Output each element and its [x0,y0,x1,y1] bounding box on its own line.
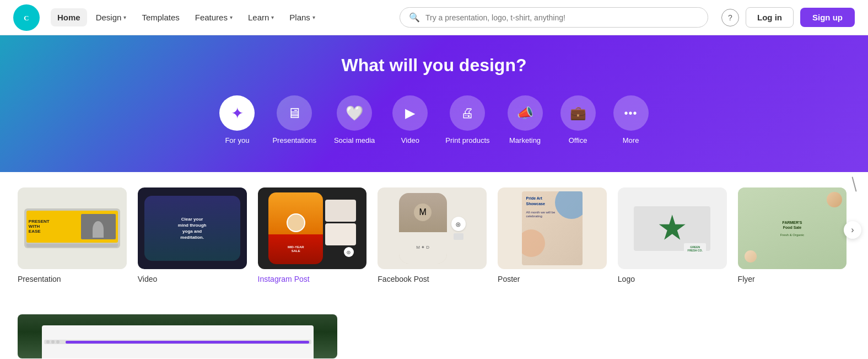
next-arrow[interactable]: › [844,221,861,239]
category-more[interactable]: ••• More [613,95,649,144]
card-poster[interactable]: Pride ArtShowcase All month we will bece… [498,187,607,283]
category-print-products-label: Print products [445,136,489,144]
category-office-label: Office [569,136,587,144]
category-presentations-icon: 🖥 [277,95,312,131]
canva-logo[interactable]: C [13,4,40,31]
nav-templates[interactable]: Templates [135,8,186,26]
card-logo[interactable]: GREENFRESH CO. Logo [618,187,727,283]
bar-dot-1 [46,340,50,344]
category-marketing-icon: 📣 [508,95,543,131]
card-logo-thumb: GREENFRESH CO. [618,187,727,269]
category-for-you-label: For you [225,136,249,144]
card-facebook-post[interactable]: M M ✦ D ◎ Facebook Post [378,187,487,283]
card-logo-label: Logo [618,275,727,283]
card-poster-thumb: Pride ArtShowcase All month we will bece… [498,187,607,269]
cards-row: PRESENTWITHEASE Presentation Clear your [18,187,850,283]
category-more-label: More [623,136,639,144]
plans-chevron-icon: ▾ [312,14,315,20]
category-video-icon: ▶ [392,95,428,131]
nav-right: ? Log in Sign up [721,7,855,28]
card-facebook-thumb: M M ✦ D ◎ [378,187,487,269]
navbar: C Home Design ▾ Templates Features ▾ Lea… [0,0,868,35]
category-marketing-label: Marketing [509,136,541,144]
nav-learn[interactable]: Learn ▾ [241,8,281,26]
hero-section: What will you design? ✦ For you 🖥 Presen… [0,35,868,172]
category-office[interactable]: 💼 Office [560,95,596,144]
search-bar[interactable]: 🔍 [400,7,708,28]
cards-section: PRESENTWITHEASE Presentation Clear your [0,172,868,292]
card-video[interactable]: Clear yourmind throughyoga andmeditation… [138,187,247,283]
card-video-thumb: Clear yourmind throughyoga andmeditation… [138,187,247,269]
card-poster-label: Poster [498,275,607,283]
card-presentation-label: Presentation [18,275,127,283]
card-instagram-label: Instagram Post [258,275,367,283]
bar-dot-3 [56,340,60,344]
hero-title: What will you design? [13,55,855,76]
bottom-preview-screen [42,325,314,358]
category-presentations[interactable]: 🖥 Presentations [272,95,316,144]
card-presentation[interactable]: PRESENTWITHEASE Presentation [18,187,127,283]
card-instagram-post[interactable]: MID-YEARSALE ◎ Instagram Post [258,187,367,283]
card-flyer[interactable]: FARMER'SFood Sale Fresh & Organic Flyer [738,187,847,283]
category-marketing[interactable]: 📣 Marketing [508,95,543,144]
signup-button[interactable]: Sign up [800,8,855,27]
category-video[interactable]: ▶ Video [392,95,428,144]
search-input[interactable] [425,13,699,22]
learn-chevron-icon: ▾ [271,14,274,20]
nav-plans[interactable]: Plans ▾ [283,8,322,26]
bottom-preview-image [18,314,337,358]
search-icon: 🔍 [409,12,420,23]
bottom-preview-bar [44,340,311,344]
card-flyer-thumb: FARMER'SFood Sale Fresh & Organic [738,187,847,269]
features-chevron-icon: ▾ [230,14,233,20]
bar-cta [66,341,309,344]
bottom-preview-section [0,292,868,359]
nav-home[interactable]: Home [51,8,87,26]
category-social-media[interactable]: 🤍 Social media [334,95,375,144]
login-button[interactable]: Log in [746,7,794,28]
category-video-label: Video [401,136,419,144]
category-for-you-icon: ✦ [219,95,255,131]
card-flyer-label: Flyer [738,275,847,283]
svg-text:C: C [24,14,29,22]
card-video-label: Video [138,275,247,283]
design-chevron-icon: ▾ [123,14,126,20]
category-presentations-label: Presentations [272,136,316,144]
card-presentation-thumb: PRESENTWITHEASE [18,187,127,269]
category-more-icon: ••• [613,95,649,131]
category-social-media-label: Social media [334,136,375,144]
category-social-media-icon: 🤍 [337,95,372,131]
help-button[interactable]: ? [721,9,739,26]
nav-links: Home Design ▾ Templates Features ▾ Learn… [51,8,391,26]
category-print-products-icon: 🖨 [450,95,485,131]
card-instagram-thumb: MID-YEARSALE ◎ [258,187,367,269]
category-print-products[interactable]: 🖨 Print products [445,95,489,144]
nav-design[interactable]: Design ▾ [89,8,133,26]
nav-features[interactable]: Features ▾ [188,8,239,26]
bar-dot-2 [51,340,55,344]
category-for-you[interactable]: ✦ For you [219,95,255,144]
card-facebook-label: Facebook Post [378,275,487,283]
categories-row: ✦ For you 🖥 Presentations 🤍 Social media… [13,95,855,144]
category-office-icon: 💼 [560,95,596,131]
